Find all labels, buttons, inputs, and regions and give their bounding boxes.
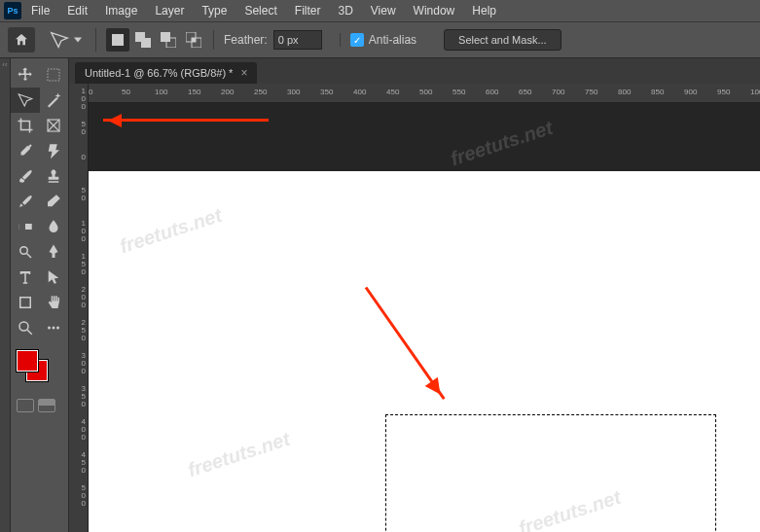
zoom-tool[interactable]	[11, 315, 40, 340]
svg-rect-3	[161, 32, 170, 42]
close-tab-icon[interactable]: ×	[240, 66, 247, 80]
dodge-tool[interactable]	[11, 239, 40, 265]
type-tool[interactable]	[11, 265, 40, 290]
move-tool[interactable]	[11, 62, 40, 88]
quick-mask-mode[interactable]	[38, 399, 55, 412]
annotation-arrow	[103, 119, 269, 122]
svg-rect-11	[18, 224, 25, 230]
canvas[interactable]: freetuts.net freetuts.net freetuts.net f…	[89, 103, 760, 532]
svg-rect-0	[112, 34, 124, 46]
svg-point-17	[56, 327, 59, 330]
home-button[interactable]	[8, 27, 35, 53]
menu-window[interactable]: Window	[406, 2, 463, 19]
menu-3d[interactable]: 3D	[330, 2, 360, 19]
foreground-color[interactable]	[17, 350, 38, 372]
app-logo: Ps	[4, 2, 21, 19]
tab-title: Untitled-1 @ 66.7% (RGB/8#) *	[85, 67, 233, 79]
eyedropper-tool[interactable]	[11, 138, 40, 163]
path-selection-tool[interactable]	[40, 265, 69, 290]
svg-point-16	[53, 327, 55, 330]
magic-wand-tool[interactable]	[40, 88, 69, 113]
feather-group: Feather:	[213, 30, 332, 50]
mode-add-selection[interactable]	[131, 28, 155, 52]
blur-tool[interactable]	[40, 214, 69, 239]
document-paper: freetuts.net freetuts.net freetuts.net f…	[89, 171, 760, 532]
feather-input[interactable]	[273, 30, 322, 50]
feather-label: Feather:	[224, 33, 268, 47]
svg-point-12	[20, 247, 28, 255]
eraser-tool[interactable]	[40, 189, 69, 214]
watermark: freetuts.net	[448, 117, 556, 171]
menu-image[interactable]: Image	[97, 2, 145, 19]
edit-toolbar[interactable]	[40, 315, 69, 340]
svg-rect-7	[192, 38, 196, 42]
menu-edit[interactable]: Edit	[59, 2, 95, 19]
svg-point-14	[19, 322, 28, 331]
mask-mode-group	[11, 395, 68, 416]
mode-intersect-selection[interactable]	[182, 28, 205, 52]
main-area: ‹‹	[0, 58, 760, 532]
menu-filter[interactable]: Filter	[287, 2, 329, 19]
mode-subtract-selection[interactable]	[157, 28, 180, 52]
gradient-tool[interactable]	[11, 214, 40, 239]
hand-tool[interactable]	[40, 290, 69, 315]
tools-panel	[11, 58, 69, 532]
menu-type[interactable]: Type	[194, 2, 235, 19]
pen-tool[interactable]	[40, 239, 69, 265]
shape-tool[interactable]	[11, 290, 40, 315]
document-area: Untitled-1 @ 66.7% (RGB/8#) * × 10050050…	[69, 58, 760, 532]
marquee-tool[interactable]	[40, 62, 69, 88]
checkbox-checked-icon: ✓	[350, 33, 364, 47]
anti-alias-label: Anti-alias	[369, 33, 416, 47]
color-swatches[interactable]	[17, 350, 62, 385]
lasso-tool[interactable]	[11, 88, 40, 113]
document-tabs: Untitled-1 @ 66.7% (RGB/8#) * ×	[69, 58, 760, 84]
watermark: freetuts.net	[117, 204, 225, 259]
chevron-down-icon	[74, 37, 82, 43]
svg-rect-8	[48, 69, 59, 81]
svg-rect-2	[141, 38, 151, 48]
selection-mode-group	[95, 28, 205, 52]
document-tab[interactable]: Untitled-1 @ 66.7% (RGB/8#) * ×	[75, 62, 257, 84]
vertical-ruler: 10050050100150200250300350400450500	[69, 84, 89, 532]
annotation-arrow	[365, 287, 446, 400]
menu-bar: Ps File Edit Image Layer Type Select Fil…	[0, 0, 760, 21]
panel-collapse-strip[interactable]: ‹‹	[0, 58, 11, 532]
select-and-mask-button[interactable]: Select and Mask...	[444, 29, 561, 51]
menu-help[interactable]: Help	[464, 2, 504, 19]
horizontal-ruler: 0501001502002503003504004505005506006507…	[89, 84, 760, 103]
svg-rect-13	[20, 298, 31, 308]
menu-layer[interactable]: Layer	[147, 2, 192, 19]
frame-tool[interactable]	[40, 113, 69, 138]
tool-preset-picker[interactable]	[43, 27, 88, 53]
brush-tool[interactable]	[11, 163, 40, 189]
crop-tool[interactable]	[11, 113, 40, 138]
menu-select[interactable]: Select	[236, 2, 284, 19]
mode-new-selection[interactable]	[106, 28, 129, 52]
healing-tool[interactable]	[40, 138, 69, 163]
stamp-tool[interactable]	[40, 163, 69, 189]
anti-alias-checkbox[interactable]: ✓ Anti-alias	[340, 33, 426, 47]
history-brush-tool[interactable]	[11, 189, 40, 214]
marquee-selection[interactable]	[385, 414, 716, 532]
watermark: freetuts.net	[185, 428, 293, 482]
menu-file[interactable]: File	[23, 2, 57, 19]
svg-point-15	[48, 327, 51, 330]
options-bar: Feather: ✓ Anti-alias Select and Mask...	[0, 21, 760, 58]
standard-mode[interactable]	[17, 399, 34, 412]
menu-view[interactable]: View	[363, 2, 404, 19]
